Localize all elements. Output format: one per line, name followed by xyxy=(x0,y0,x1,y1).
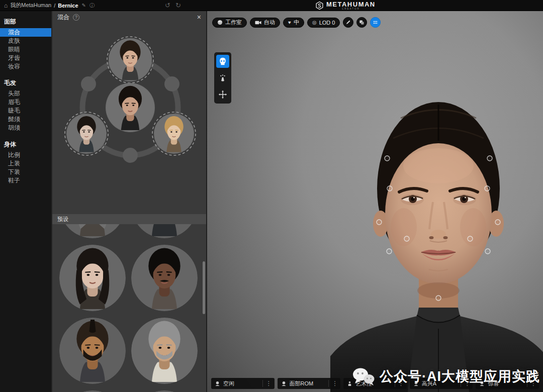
camera-label: 自动 xyxy=(264,19,275,26)
chip-menu-icon[interactable]: ⋮ xyxy=(461,380,470,387)
studio-environment-button[interactable]: 工作室 xyxy=(212,18,247,28)
animation-chip-face-rom[interactable]: 面部ROM ⋮ xyxy=(278,378,341,389)
blend-panel-header: 混合 ? × xyxy=(52,11,206,23)
blend-center-avatar[interactable] xyxy=(106,83,155,132)
sidebar-item-shoes[interactable]: 鞋子 xyxy=(0,176,51,185)
sphere-icon xyxy=(217,20,223,25)
sidebar-item-skin[interactable]: 皮肤 xyxy=(0,37,51,45)
layers-icon xyxy=(359,20,365,25)
sidebar-item-eyes[interactable]: 眼睛 xyxy=(0,45,51,54)
breadcrumb: ⌂ 我的MetaHuman / Bernice ✎ ⓘ xyxy=(0,2,95,9)
sidebar-item-makeup[interactable]: 妆容 xyxy=(0,62,51,71)
character-render[interactable] xyxy=(330,90,543,392)
head-icon xyxy=(413,381,419,386)
head-icon xyxy=(281,381,287,386)
preset-avatar[interactable] xyxy=(59,224,126,238)
lod-icon: ◎ xyxy=(312,20,317,25)
blend-wheel[interactable] xyxy=(52,23,206,214)
move-tool-button[interactable] xyxy=(216,88,229,101)
face-blend-tool-button[interactable] xyxy=(216,55,229,68)
section-title-face: 面部 xyxy=(0,16,51,28)
blend-slot-empty-bottom[interactable] xyxy=(123,148,138,163)
close-icon[interactable]: × xyxy=(197,14,201,21)
sidebar-item-top-clothing[interactable]: 上装 xyxy=(0,159,51,168)
logo-text: METAHUMAN xyxy=(326,1,376,8)
blend-slot-empty-right[interactable] xyxy=(164,76,179,91)
home-icon[interactable]: ⌂ xyxy=(4,2,8,9)
studio-label: 工作室 xyxy=(225,19,242,26)
section-title-hair: 毛发 xyxy=(0,77,51,89)
panel-title: 混合 xyxy=(57,13,69,22)
quality-label: 中 xyxy=(294,19,299,26)
chip-menu-icon[interactable]: ⋮ xyxy=(328,380,338,387)
grid-icon xyxy=(373,20,378,25)
breadcrumb-home[interactable]: 我的MetaHuman xyxy=(10,2,51,9)
sidebar-item-head-hair[interactable]: 头部 xyxy=(0,89,51,98)
presets-title: 预设 xyxy=(57,216,68,223)
animation-label: 高兴A xyxy=(422,380,436,387)
info-icon[interactable]: ⓘ xyxy=(89,2,95,9)
metahuman-logo: METAHUMAN CREATOR xyxy=(316,0,376,11)
lod-button[interactable]: ◎ LOD 0 xyxy=(307,18,340,28)
head-icon xyxy=(479,381,485,386)
groom-tool-button[interactable] xyxy=(216,71,229,84)
chip-menu-icon[interactable]: ⋮ xyxy=(527,380,536,387)
history-controls: ↺ ↻ xyxy=(165,2,181,9)
sidebar-item-bottom-clothing[interactable]: 下装 xyxy=(0,168,51,176)
presets-scrollbar[interactable] xyxy=(203,261,205,314)
animation-label: 空闲 xyxy=(223,380,234,387)
redo-icon[interactable]: ↻ xyxy=(175,2,181,9)
sculpt-tool-button[interactable] xyxy=(343,17,353,28)
animation-label: 惊喜 xyxy=(488,380,499,387)
blend-slot-bottom-right-avatar[interactable] xyxy=(152,112,196,155)
sidebar-item-eyebrows[interactable]: 眉毛 xyxy=(0,98,51,107)
chip-menu-icon[interactable]: ⋮ xyxy=(395,380,404,387)
chip-menu-icon[interactable]: ⋮ xyxy=(262,380,272,387)
preset-avatar[interactable] xyxy=(131,224,198,238)
presets-list xyxy=(52,224,206,392)
blend-slot-empty-left[interactable] xyxy=(81,76,96,91)
animation-bar: 空闲 ⋮ 面部ROM ⋮ 艺术性 ⋮ 高兴A xyxy=(211,378,539,389)
lod-label: LOD 0 xyxy=(319,20,335,26)
animation-label: 面部ROM xyxy=(290,380,314,387)
sidebar-item-teeth[interactable]: 牙齿 xyxy=(0,54,51,62)
breadcrumb-separator: / xyxy=(54,3,55,9)
logo-subtext: CREATOR xyxy=(342,8,360,11)
project-name: Bernice xyxy=(58,3,78,9)
preset-avatar[interactable] xyxy=(59,318,126,384)
head-icon xyxy=(215,381,220,386)
help-icon[interactable]: ? xyxy=(73,14,79,21)
presets-header: 预设 xyxy=(52,214,206,224)
undo-icon[interactable]: ↺ xyxy=(165,2,170,9)
sidebar-item-beard[interactable]: 胡须 xyxy=(0,124,51,132)
rename-icon[interactable]: ✎ xyxy=(82,3,86,8)
face-mask-icon xyxy=(218,57,227,66)
viewport-3d[interactable]: 工作室 自动 ♥ 中 ◎ LOD 0 xyxy=(207,11,543,392)
quality-button[interactable]: ♥ 中 xyxy=(283,18,304,28)
preset-avatar[interactable] xyxy=(131,318,198,384)
animation-label: 艺术性 xyxy=(355,380,372,387)
animation-chip-surprise[interactable]: 惊喜 ⋮ xyxy=(476,378,539,389)
animation-chip-happy-a[interactable]: 高兴A ⋮ xyxy=(410,378,473,389)
sidebar-item-mustache[interactable]: 髭须 xyxy=(0,115,51,124)
sidebar-item-blend[interactable]: 混合 xyxy=(0,28,51,37)
animation-chip-artistic[interactable]: 艺术性 ⋮ xyxy=(343,378,407,389)
preset-avatar[interactable] xyxy=(131,245,198,311)
animation-chip-idle[interactable]: 空闲 ⋮ xyxy=(211,378,275,389)
screenshot-grid-button[interactable] xyxy=(370,17,381,28)
category-sidebar: 面部 混合 皮肤 眼睛 牙齿 妆容 毛发 头部 眉毛 睫毛 髭须 胡须 身体 比… xyxy=(0,11,51,392)
camera-icon xyxy=(255,20,261,25)
person-icon xyxy=(347,381,352,386)
spray-icon xyxy=(218,73,227,82)
quality-icon: ♥ xyxy=(288,20,291,25)
layers-tool-button[interactable] xyxy=(356,17,367,28)
camera-auto-button[interactable]: 自动 xyxy=(250,18,280,28)
preset-avatar[interactable] xyxy=(59,245,126,311)
viewport-toolbar: 工作室 自动 ♥ 中 ◎ LOD 0 xyxy=(212,17,381,28)
sidebar-item-eyelashes[interactable]: 睫毛 xyxy=(0,107,51,115)
move-icon xyxy=(218,90,227,99)
sidebar-item-proportions[interactable]: 比例 xyxy=(0,151,51,159)
blend-slot-top-avatar[interactable] xyxy=(107,37,153,83)
edit-tool-palette xyxy=(214,52,231,104)
top-bar: ⌂ 我的MetaHuman / Bernice ✎ ⓘ ↺ ↻ METAHUMA… xyxy=(0,0,543,11)
